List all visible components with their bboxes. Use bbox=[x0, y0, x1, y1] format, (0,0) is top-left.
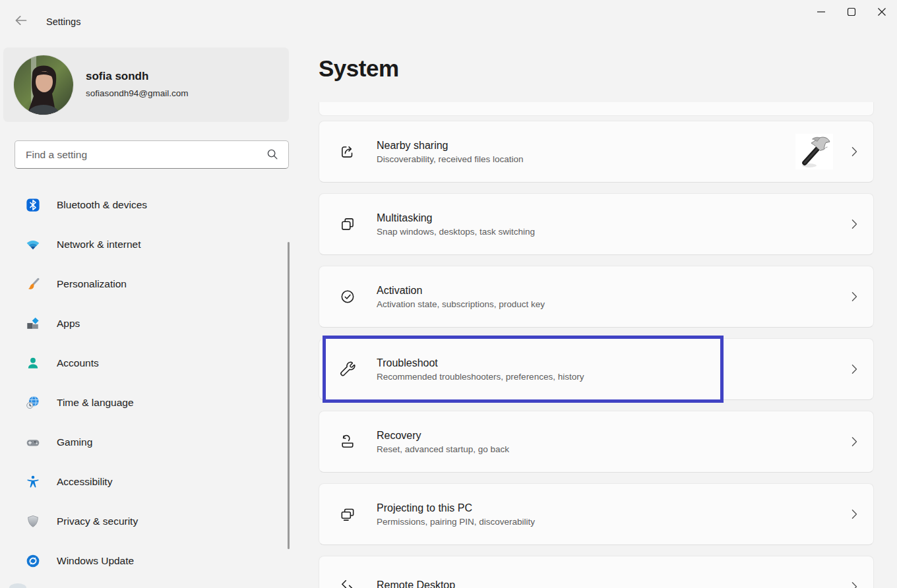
card-subtitle: Discoverability, received files location bbox=[377, 154, 524, 164]
remote-desktop-icon bbox=[339, 578, 356, 588]
search-icon bbox=[266, 148, 280, 162]
apps-icon bbox=[26, 316, 40, 331]
card-subtitle: Activation state, subscriptions, product… bbox=[377, 299, 545, 309]
back-button[interactable] bbox=[12, 13, 30, 30]
projecting-icon bbox=[339, 506, 356, 523]
card-title: Projecting to this PC bbox=[377, 502, 535, 514]
settings-card-projecting[interactable]: Projecting to this PC Permissions, pairi… bbox=[319, 483, 874, 545]
sidebar-item-label: Accounts bbox=[57, 357, 99, 369]
card-title: Multitasking bbox=[377, 212, 535, 224]
shield-icon bbox=[26, 514, 40, 529]
activation-check-icon bbox=[339, 288, 356, 305]
card-partial-top bbox=[319, 102, 874, 116]
sidebar-item-label: Personalization bbox=[57, 278, 127, 290]
person-icon bbox=[26, 356, 40, 370]
sidebar-item-label: Gaming bbox=[57, 436, 92, 448]
sidebar-item-bluetooth-devices[interactable]: Bluetooth & devices bbox=[5, 185, 284, 225]
chevron-right-icon bbox=[847, 434, 861, 449]
accessibility-icon bbox=[26, 475, 40, 489]
card-subtitle: Reset, advanced startup, go back bbox=[377, 444, 509, 454]
wrench-icon bbox=[339, 361, 356, 378]
main-content: System Nearby sharing Discoverability, r… bbox=[319, 0, 874, 588]
sidebar-item-apps[interactable]: Apps bbox=[5, 304, 284, 343]
paintbrush-icon bbox=[26, 277, 40, 291]
chevron-right-icon bbox=[847, 579, 861, 588]
avatar bbox=[14, 55, 73, 115]
bluetooth-icon bbox=[26, 198, 40, 212]
sidebar-item-gaming[interactable]: Gaming bbox=[5, 423, 284, 462]
card-title: Activation bbox=[377, 285, 545, 297]
page-title: System bbox=[319, 55, 399, 82]
settings-card-multitasking[interactable]: Multitasking Snap windows, desktops, tas… bbox=[319, 193, 874, 255]
card-subtitle: Snap windows, desktops, task switching bbox=[377, 227, 535, 237]
sidebar-nav: Bluetooth & devices Network & internet P… bbox=[5, 185, 284, 581]
chevron-right-icon bbox=[847, 144, 861, 159]
card-subtitle: Recommended troubleshooters, preferences… bbox=[377, 372, 584, 382]
search-input[interactable] bbox=[24, 148, 266, 162]
sidebar-item-privacy-security[interactable]: Privacy & security bbox=[5, 502, 284, 541]
update-icon bbox=[26, 554, 40, 568]
sidebar-item-label: Network & internet bbox=[57, 239, 141, 250]
sidebar-item-label: Windows Update bbox=[57, 555, 134, 567]
sidebar-item-network-internet[interactable]: Network & internet bbox=[5, 225, 284, 264]
sidebar-item-accessibility[interactable]: Accessibility bbox=[5, 462, 284, 502]
settings-card-recovery[interactable]: Recovery Reset, advanced startup, go bac… bbox=[319, 411, 874, 473]
window-title: Settings bbox=[46, 16, 80, 27]
globe-clock-icon bbox=[26, 396, 40, 410]
nearby-share-icon bbox=[339, 143, 356, 160]
card-title: Recovery bbox=[377, 430, 509, 442]
sidebar-item-time-language[interactable]: Time & language bbox=[5, 383, 284, 423]
sidebar-item-label: Accessibility bbox=[57, 476, 112, 488]
gamepad-icon bbox=[26, 435, 40, 450]
sidebar-item-label: Privacy & security bbox=[57, 515, 138, 527]
recovery-icon bbox=[339, 433, 356, 450]
settings-card-activation[interactable]: Activation Activation state, subscriptio… bbox=[319, 266, 874, 328]
sidebar-item-label: Bluetooth & devices bbox=[57, 199, 147, 211]
card-title: Nearby sharing bbox=[377, 140, 524, 152]
chevron-right-icon bbox=[847, 362, 861, 376]
settings-card-nearby-sharing[interactable]: Nearby sharing Discoverability, received… bbox=[319, 121, 874, 183]
sidebar-item-label: Apps bbox=[57, 318, 80, 330]
multitasking-icon bbox=[339, 216, 356, 233]
card-subtitle: Permissions, pairing PIN, discoverabilit… bbox=[377, 517, 535, 527]
sidebar-scrollbar[interactable] bbox=[288, 242, 290, 549]
account-profile-card[interactable]: sofia sondh sofiasondh94@gmail.com bbox=[3, 47, 289, 122]
sidebar-item-personalization[interactable]: Personalization bbox=[5, 264, 284, 304]
wifi-icon bbox=[26, 237, 40, 252]
partial-icon-bottom bbox=[9, 583, 26, 588]
sidebar-item-label: Time & language bbox=[57, 397, 134, 409]
sidebar-item-windows-update[interactable]: Windows Update bbox=[5, 541, 284, 581]
card-title: Troubleshoot bbox=[377, 357, 584, 369]
chevron-right-icon bbox=[847, 217, 861, 231]
profile-name: sofia sondh bbox=[86, 70, 148, 83]
chevron-right-icon bbox=[847, 507, 861, 521]
profile-email: sofiasondh94@gmail.com bbox=[86, 88, 189, 98]
settings-card-troubleshoot[interactable]: Troubleshoot Recommended troubleshooters… bbox=[319, 338, 874, 400]
sidebar-item-accounts[interactable]: Accounts bbox=[5, 343, 284, 383]
chevron-right-icon bbox=[847, 289, 861, 304]
search-box[interactable] bbox=[15, 140, 289, 169]
card-title: Remote Desktop bbox=[377, 579, 455, 588]
back-arrow-icon bbox=[13, 13, 30, 31]
settings-card-remote-desktop[interactable]: Remote Desktop bbox=[319, 556, 874, 588]
